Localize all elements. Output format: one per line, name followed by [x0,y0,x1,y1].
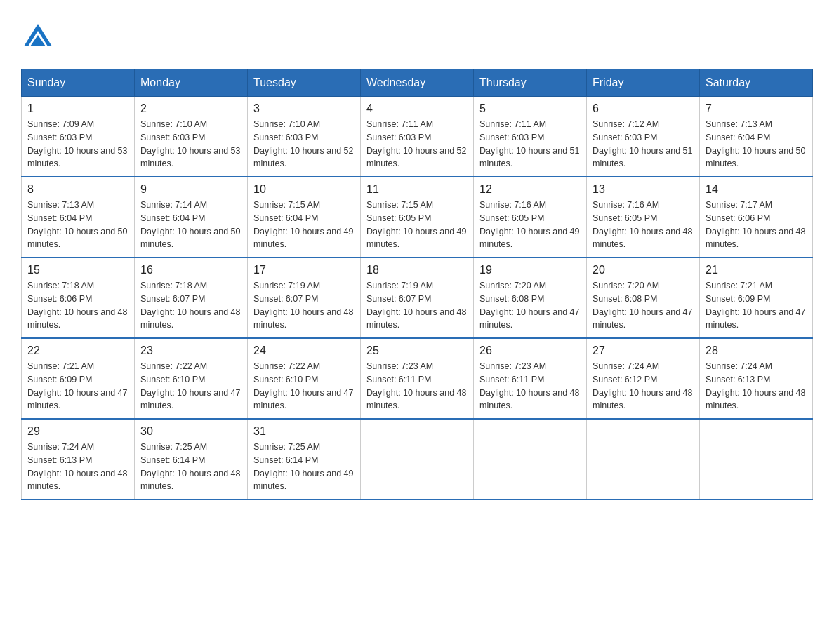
day-info: Sunrise: 7:11 AM Sunset: 6:03 PM Dayligh… [479,118,581,170]
calendar-cell: 23 Sunrise: 7:22 AM Sunset: 6:10 PM Dayl… [135,338,248,419]
calendar-cell: 29 Sunrise: 7:24 AM Sunset: 6:13 PM Dayl… [22,419,135,499]
calendar-week-1: 1 Sunrise: 7:09 AM Sunset: 6:03 PM Dayli… [22,97,813,177]
calendar-cell: 1 Sunrise: 7:09 AM Sunset: 6:03 PM Dayli… [22,97,135,177]
day-info: Sunrise: 7:13 AM Sunset: 6:04 PM Dayligh… [27,199,128,251]
calendar-cell: 16 Sunrise: 7:18 AM Sunset: 6:07 PM Dayl… [135,257,248,338]
day-info: Sunrise: 7:10 AM Sunset: 6:03 PM Dayligh… [140,118,241,170]
day-info: Sunrise: 7:10 AM Sunset: 6:03 PM Dayligh… [253,118,355,170]
day-number: 26 [479,344,581,357]
day-info: Sunrise: 7:16 AM Sunset: 6:05 PM Dayligh… [479,199,581,251]
logo [21,21,58,55]
page-header [21,21,813,55]
calendar-cell: 26 Sunrise: 7:23 AM Sunset: 6:11 PM Dayl… [474,338,587,419]
day-info: Sunrise: 7:25 AM Sunset: 6:14 PM Dayligh… [253,441,355,493]
day-number: 13 [593,183,694,196]
calendar-cell: 19 Sunrise: 7:20 AM Sunset: 6:08 PM Dayl… [474,257,587,338]
day-number: 28 [706,344,807,357]
day-number: 27 [593,344,694,357]
day-number: 4 [366,102,468,115]
day-number: 19 [479,264,581,276]
day-info: Sunrise: 7:15 AM Sunset: 6:05 PM Dayligh… [366,199,468,251]
calendar-cell: 27 Sunrise: 7:24 AM Sunset: 6:12 PM Dayl… [587,338,700,419]
calendar-cell: 18 Sunrise: 7:19 AM Sunset: 6:07 PM Dayl… [361,257,474,338]
day-info: Sunrise: 7:16 AM Sunset: 6:05 PM Dayligh… [593,199,694,251]
day-number: 30 [140,425,241,438]
day-info: Sunrise: 7:17 AM Sunset: 6:06 PM Dayligh… [706,199,807,251]
calendar-header-row: SundayMondayTuesdayWednesdayThursdayFrid… [22,69,813,97]
day-number: 21 [706,264,807,276]
day-number: 14 [706,183,807,196]
day-info: Sunrise: 7:24 AM Sunset: 6:13 PM Dayligh… [27,441,128,493]
day-info: Sunrise: 7:14 AM Sunset: 6:04 PM Dayligh… [140,199,241,251]
calendar-header-wednesday: Wednesday [361,69,474,97]
logo-icon [21,21,55,55]
day-info: Sunrise: 7:21 AM Sunset: 6:09 PM Dayligh… [27,360,128,412]
calendar-header-monday: Monday [135,69,248,97]
calendar-cell: 4 Sunrise: 7:11 AM Sunset: 6:03 PM Dayli… [361,97,474,177]
day-number: 7 [706,102,807,115]
day-info: Sunrise: 7:21 AM Sunset: 6:09 PM Dayligh… [706,279,807,332]
day-info: Sunrise: 7:11 AM Sunset: 6:03 PM Dayligh… [366,118,468,170]
day-info: Sunrise: 7:12 AM Sunset: 6:03 PM Dayligh… [593,118,694,170]
calendar-cell: 6 Sunrise: 7:12 AM Sunset: 6:03 PM Dayli… [587,97,700,177]
day-number: 20 [593,264,694,276]
calendar-cell: 11 Sunrise: 7:15 AM Sunset: 6:05 PM Dayl… [361,177,474,257]
day-number: 23 [140,344,241,357]
calendar-cell: 3 Sunrise: 7:10 AM Sunset: 6:03 PM Dayli… [248,97,361,177]
day-info: Sunrise: 7:23 AM Sunset: 6:11 PM Dayligh… [366,360,468,412]
day-number: 31 [253,425,355,438]
calendar-cell: 21 Sunrise: 7:21 AM Sunset: 6:09 PM Dayl… [700,257,813,338]
calendar-cell [587,419,700,499]
calendar-cell: 7 Sunrise: 7:13 AM Sunset: 6:04 PM Dayli… [700,97,813,177]
calendar-cell: 9 Sunrise: 7:14 AM Sunset: 6:04 PM Dayli… [135,177,248,257]
calendar-header-thursday: Thursday [474,69,587,97]
calendar-cell: 25 Sunrise: 7:23 AM Sunset: 6:11 PM Dayl… [361,338,474,419]
calendar-cell: 30 Sunrise: 7:25 AM Sunset: 6:14 PM Dayl… [135,419,248,499]
day-number: 15 [27,264,128,276]
day-number: 2 [140,102,241,115]
day-number: 11 [366,183,468,196]
day-number: 5 [479,102,581,115]
day-info: Sunrise: 7:24 AM Sunset: 6:13 PM Dayligh… [706,360,807,412]
day-number: 29 [27,425,128,438]
calendar-week-4: 22 Sunrise: 7:21 AM Sunset: 6:09 PM Dayl… [22,338,813,419]
day-info: Sunrise: 7:13 AM Sunset: 6:04 PM Dayligh… [706,118,807,170]
day-info: Sunrise: 7:22 AM Sunset: 6:10 PM Dayligh… [253,360,355,412]
day-info: Sunrise: 7:09 AM Sunset: 6:03 PM Dayligh… [27,118,128,170]
day-number: 8 [27,183,128,196]
calendar-header-friday: Friday [587,69,700,97]
day-number: 22 [27,344,128,357]
calendar-cell: 24 Sunrise: 7:22 AM Sunset: 6:10 PM Dayl… [248,338,361,419]
day-info: Sunrise: 7:19 AM Sunset: 6:07 PM Dayligh… [366,279,468,332]
day-number: 16 [140,264,241,276]
calendar-cell: 17 Sunrise: 7:19 AM Sunset: 6:07 PM Dayl… [248,257,361,338]
day-number: 9 [140,183,241,196]
calendar-cell: 14 Sunrise: 7:17 AM Sunset: 6:06 PM Dayl… [700,177,813,257]
day-info: Sunrise: 7:25 AM Sunset: 6:14 PM Dayligh… [140,441,241,493]
calendar-cell: 12 Sunrise: 7:16 AM Sunset: 6:05 PM Dayl… [474,177,587,257]
calendar-cell: 8 Sunrise: 7:13 AM Sunset: 6:04 PM Dayli… [22,177,135,257]
day-number: 6 [593,102,694,115]
calendar-cell: 5 Sunrise: 7:11 AM Sunset: 6:03 PM Dayli… [474,97,587,177]
calendar-week-2: 8 Sunrise: 7:13 AM Sunset: 6:04 PM Dayli… [22,177,813,257]
calendar-week-5: 29 Sunrise: 7:24 AM Sunset: 6:13 PM Dayl… [22,419,813,499]
calendar-cell [474,419,587,499]
calendar-header-saturday: Saturday [700,69,813,97]
day-info: Sunrise: 7:20 AM Sunset: 6:08 PM Dayligh… [593,279,694,332]
calendar-cell [700,419,813,499]
calendar-cell: 13 Sunrise: 7:16 AM Sunset: 6:05 PM Dayl… [587,177,700,257]
day-info: Sunrise: 7:23 AM Sunset: 6:11 PM Dayligh… [479,360,581,412]
calendar-cell: 22 Sunrise: 7:21 AM Sunset: 6:09 PM Dayl… [22,338,135,419]
day-info: Sunrise: 7:18 AM Sunset: 6:07 PM Dayligh… [140,279,241,332]
day-info: Sunrise: 7:15 AM Sunset: 6:04 PM Dayligh… [253,199,355,251]
day-info: Sunrise: 7:24 AM Sunset: 6:12 PM Dayligh… [593,360,694,412]
day-info: Sunrise: 7:18 AM Sunset: 6:06 PM Dayligh… [27,279,128,332]
calendar-week-3: 15 Sunrise: 7:18 AM Sunset: 6:06 PM Dayl… [22,257,813,338]
day-number: 18 [366,264,468,276]
day-number: 3 [253,102,355,115]
calendar-cell: 28 Sunrise: 7:24 AM Sunset: 6:13 PM Dayl… [700,338,813,419]
logo-svg [21,21,55,55]
calendar-cell: 2 Sunrise: 7:10 AM Sunset: 6:03 PM Dayli… [135,97,248,177]
calendar-table: SundayMondayTuesdayWednesdayThursdayFrid… [21,69,813,500]
day-info: Sunrise: 7:22 AM Sunset: 6:10 PM Dayligh… [140,360,241,412]
